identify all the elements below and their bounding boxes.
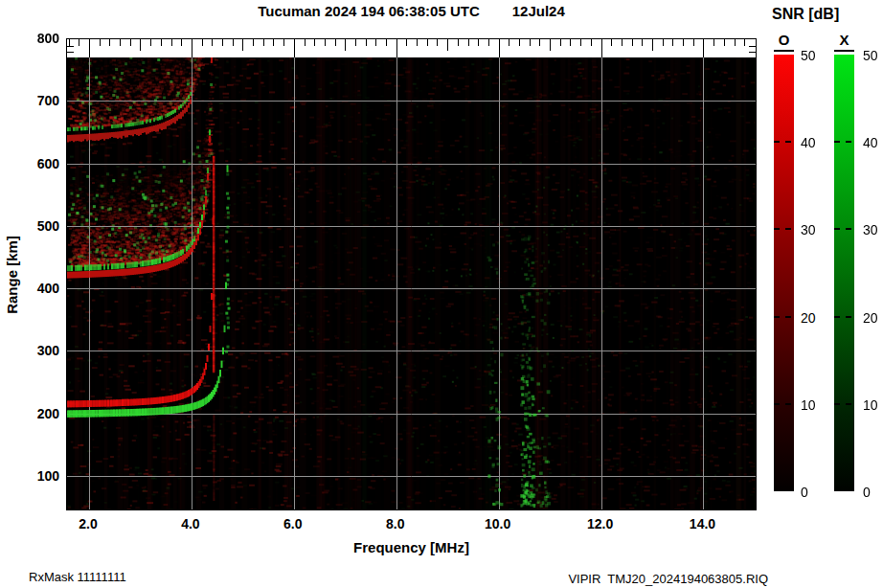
x-axis-minor-tick [519,39,520,46]
x-axis-minor-tick [611,39,612,46]
y-tick-label: 300 [17,343,59,358]
colorbar-x-tick-label: 30 [863,222,883,237]
x-axis-minor-tick [386,39,387,46]
y-tick-label: 600 [17,156,59,171]
colorbar-o-tick-label: 40 [801,135,829,150]
x-axis-minor-tick [672,39,673,46]
title-station-time: Tucuman 2024 194 06:38:05 UTC [258,3,480,19]
x-axis-minor-tick [130,39,131,46]
colorbar-x-tick-label: 50 [863,48,883,63]
x-axis-minor-tick [642,39,643,46]
x-axis-minor-tick [263,39,264,46]
x-axis-minor-tick [539,39,540,46]
x-axis-minor-tick [79,39,79,46]
y-axis-minor-tick [749,46,756,47]
rxmask-text: RxMask 11111111 [29,570,126,584]
x-tick-label: 8.0 [374,516,417,531]
x-axis-minor-tick [499,39,500,57]
colorbar-o-tick-label: 30 [801,222,829,237]
ionogram-figure: Tucuman 2024 194 06:38:05 UTC12Jul24 SNR… [0,0,883,588]
y-tick-label: 800 [17,31,59,46]
colorbar-o-topline [774,50,794,52]
x-axis-minor-tick [150,39,151,46]
x-axis-minor-tick [273,39,274,46]
y-tick-label: 100 [17,468,59,484]
x-axis-minor-tick [161,39,162,46]
x-axis-minor-tick [663,39,664,46]
x-axis-minor-tick [509,39,509,46]
y-axis-minor-tick [67,46,74,47]
x-axis-minor-tick [530,39,531,46]
x-axis-minor-tick [335,39,336,46]
file-name-text: VIPIR TMJ20_2024194063805.RIQ [568,572,768,586]
x-axis-minor-tick [305,39,306,46]
x-axis-minor-tick [703,39,704,57]
x-tick-label: 6.0 [272,516,314,531]
colorbar-o-label: O [774,32,794,48]
colorbar-x-tick-label: 10 [863,397,883,413]
x-axis-minor-tick [314,39,315,46]
x-axis-minor-tick [417,39,418,46]
y-tick-label: 500 [17,218,59,234]
x-axis-minor-tick [325,39,326,46]
colorbar-x-gradient [834,55,854,491]
y-axis-minor-tick [67,58,74,59]
x-axis-title: Frequency [MHz] [66,539,757,555]
x-axis-minor-tick [622,39,623,46]
x-axis-minor-tick [171,39,172,46]
colorbar-o-gradient [774,55,794,491]
x-axis-minor-tick [713,39,714,46]
page-title: Tucuman 2024 194 06:38:05 UTC12Jul24 [66,3,757,19]
colorbar-x-tick-mark [834,316,854,318]
x-axis-minor-tick [69,39,70,46]
colorbar-o-tick-mark [774,403,794,405]
x-axis-minor-tick [212,39,213,46]
x-axis-minor-tick [140,39,141,51]
colorbar-o-tick-label: 10 [801,397,829,413]
x-tick-label: 12.0 [579,516,622,531]
y-axis-minor-tick [749,58,756,59]
x-axis-minor-tick [366,39,367,46]
x-axis-minor-tick [580,39,581,46]
y-axis-minor-tick [749,52,756,53]
ionogram-canvas [67,57,756,509]
x-axis-minor-tick [345,39,346,51]
colorbar-x-tick-mark [834,141,854,143]
x-axis-minor-tick [89,39,90,57]
y-axis-minor-tick [67,52,74,53]
x-axis-minor-tick [693,39,694,46]
x-axis-minor-tick [437,39,438,46]
x-axis-minor-tick [683,39,684,46]
colorbar-title: SNR [dB] [772,6,839,23]
colorbar-o-tick-label: 50 [801,48,829,63]
x-axis-minor-tick [447,39,448,51]
x-axis-minor-tick [744,39,745,46]
colorbar-o-tick-mark [774,316,794,318]
x-axis-minor-tick [100,39,101,46]
x-tick-label: 14.0 [681,516,723,531]
x-axis-minor-tick [109,39,110,46]
colorbar-x-tick-label: 40 [863,135,883,150]
colorbar-x-tick-label: 20 [863,310,883,326]
x-axis-minor-tick [735,39,736,46]
y-tick-label: 400 [17,281,59,296]
title-date: 12Jul24 [512,3,565,19]
x-axis-minor-tick [181,39,182,46]
x-axis-minor-tick [632,39,633,46]
x-axis-minor-tick [222,39,223,46]
x-axis-minor-tick [406,39,407,46]
x-axis-minor-tick [458,39,459,46]
x-axis-minor-tick [202,39,203,46]
x-axis-minor-tick [488,39,489,46]
plot-frame [66,38,757,510]
colorbar-o-tick-mark [774,141,794,143]
colorbar-o-tick-mark [774,228,794,230]
colorbar-x-tick-mark [834,228,854,230]
x-axis-minor-tick [355,39,356,46]
x-tick-label: 4.0 [170,516,212,531]
x-axis-minor-tick [601,39,602,57]
y-tick-label: 200 [17,406,59,421]
x-axis-minor-tick [253,39,254,46]
colorbar-x-tick-label: 0 [863,485,883,500]
x-axis-minor-tick [242,39,243,51]
